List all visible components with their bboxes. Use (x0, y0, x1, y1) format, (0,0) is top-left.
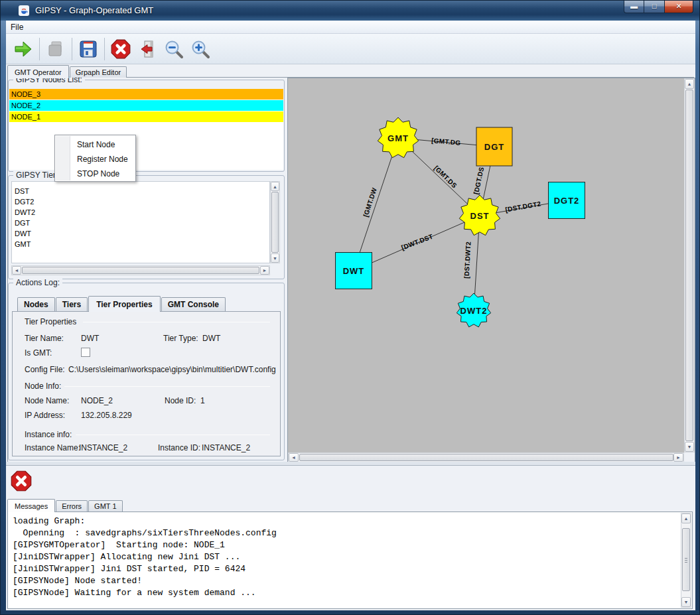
scroll-right-button[interactable]: ► (673, 453, 683, 462)
tier-type-value: DWT (202, 334, 220, 343)
tab-tier-properties[interactable]: Tier Properties (88, 296, 160, 312)
tier-list-item[interactable]: DWT (12, 228, 269, 239)
zoom-out-button[interactable] (161, 36, 187, 62)
tab-messages[interactable]: Messages (7, 499, 55, 512)
tier-list-item[interactable]: GMT (12, 239, 269, 249)
tiers-horizontal-scrollbar[interactable]: ◄ ► (11, 265, 270, 275)
scroll-thumb[interactable] (271, 192, 279, 253)
window-controls: ▬ □ ✕ (624, 1, 693, 13)
graph-viewer: [GMT.DG[GMT.DS[GMT.DW[DGT.DS[DST.DGT2[DW… (287, 78, 695, 463)
toolbar (6, 34, 695, 64)
menu-file[interactable]: File (6, 21, 29, 32)
scroll-left-button[interactable]: ◄ (289, 453, 299, 462)
graph-edge-label: [DST.DGT2 (505, 200, 542, 213)
scroll-left-button[interactable]: ◄ (12, 266, 21, 275)
console-vertical-scrollbar[interactable]: ▲ ▼ (681, 513, 691, 608)
scroll-thumb[interactable] (682, 528, 690, 591)
maximize-button[interactable]: □ (644, 1, 664, 13)
ip-address-value: 132.205.8.229 (81, 411, 132, 420)
node-id-value: 1 (200, 396, 205, 405)
console-line: Openning : savedgraphs/sixTiersThreeNode… (13, 527, 679, 539)
copy-button-disabled[interactable] (42, 36, 69, 62)
graph-horizontal-scrollbar[interactable]: ◄ ► (288, 452, 684, 462)
java-app-icon (19, 5, 29, 16)
graph-edge-label: [GMT.DG (431, 137, 461, 147)
tier-list-item[interactable]: DGT (12, 218, 269, 228)
tab-gmt-operator[interactable]: GMT Operator (7, 65, 69, 78)
tier-list-item[interactable]: DST (12, 186, 269, 196)
graph-edge-label: [DWT.DST (400, 233, 434, 251)
graph-edge-label: [DGT.DS (472, 167, 486, 195)
section-rule (64, 386, 270, 387)
tiers-list-group: GIPSY Tiers List: DSTDGT2DWT2DGTDWTGMT ▲… (8, 175, 285, 279)
scroll-down-button[interactable]: ▼ (681, 597, 691, 607)
scroll-thumb[interactable] (22, 267, 259, 274)
exit-button[interactable] (134, 36, 161, 62)
zoom-in-button[interactable] (187, 36, 214, 62)
node-list-item[interactable]: NODE_3 (9, 89, 283, 100)
scroll-thumb[interactable] (685, 90, 693, 441)
nodes-list: NODE_3NODE_2NODE_1 (9, 89, 283, 170)
console-line: [GIPSYNode] Waiting for a new system dem… (13, 587, 679, 599)
is-gmt-checkbox[interactable] (81, 348, 90, 357)
tab-errors[interactable]: Errors (56, 500, 88, 512)
graph-node-label: DGT2 (554, 196, 580, 206)
tier-name-label: Tier Name: (25, 334, 64, 343)
tier-type-label: Tier Type: (163, 334, 198, 343)
is-gmt-label: Is GMT: (25, 348, 52, 358)
scroll-down-button[interactable]: ▼ (685, 442, 694, 452)
tab-grpaph-editor[interactable]: Grpaph Editor (70, 66, 127, 78)
node-list-item[interactable]: NODE_2 (9, 100, 283, 111)
console-line: [JiniDSTWrapper] Jini DST started, PID =… (13, 563, 679, 575)
graph-node-label: DST (470, 211, 490, 221)
minimize-button[interactable]: ▬ (624, 1, 644, 13)
tab-nodes[interactable]: Nodes (17, 297, 55, 311)
graph-vertical-scrollbar[interactable]: ▲ ▼ (684, 78, 695, 452)
actions-tab-bar: NodesTiersTier PropertiesGMT Console (17, 295, 226, 311)
console-tab-bar: MessagesErrorsGMT 1 (7, 497, 123, 512)
graph-node-label: DGT (484, 142, 504, 152)
node-id-label: Node ID: (165, 396, 196, 405)
section-instance-info: Instance info: (25, 430, 72, 439)
graph-edge-label: [GMT.DW (362, 186, 378, 218)
context-menu-item-start-node[interactable]: Start Node (77, 137, 115, 152)
console-text: loading Graph: Openning : savedgraphs/si… (13, 515, 679, 599)
copy-icon (46, 39, 66, 59)
node-list-item[interactable]: NODE_1 (9, 111, 283, 122)
scroll-up-button[interactable]: ▲ (681, 513, 691, 523)
tab-gmt-1[interactable]: GMT 1 (88, 500, 122, 512)
console-line: [GIPSYGMTOperator] Starting node: NODE_1 (13, 539, 679, 551)
tab-gmt-console[interactable]: GMT Console (161, 297, 226, 311)
graph-node-label: DWT (343, 266, 365, 276)
main-tab-bar: GMT OperatorGrpaph Editor (7, 64, 127, 78)
tiers-vertical-scrollbar[interactable]: ▲ ▼ (270, 181, 280, 263)
tier-list-item[interactable]: DGT2 (12, 196, 269, 207)
console-stop-button[interactable] (10, 470, 33, 492)
graph-edge-gmt-dwt[interactable] (354, 138, 398, 271)
scroll-up-button[interactable]: ▲ (271, 182, 279, 191)
close-button[interactable]: ✕ (664, 1, 693, 13)
save-button[interactable] (75, 36, 102, 62)
context-menu-item-stop-node[interactable]: STOP Node (77, 167, 119, 181)
section-rule (76, 435, 270, 435)
scroll-down-button[interactable]: ▼ (271, 253, 279, 263)
graph-canvas[interactable]: [GMT.DG[GMT.DS[GMT.DW[DGT.DS[DST.DGT2[DW… (288, 78, 684, 452)
stop-icon (10, 470, 33, 492)
scroll-right-button[interactable]: ► (260, 266, 269, 275)
console-output[interactable]: loading Graph: Openning : savedgraphs/si… (7, 512, 693, 609)
tab-tiers[interactable]: Tiers (56, 297, 88, 311)
ip-address-label: IP Address: (25, 411, 65, 420)
toolbar-separator (104, 38, 105, 60)
scroll-up-button[interactable]: ▲ (685, 79, 694, 89)
scroll-thumb[interactable] (299, 454, 673, 461)
tier-list-item[interactable]: DWT2 (12, 207, 269, 218)
app-window: GIPSY - Graph-Operated GMT ▬ □ ✕ File (0, 0, 700, 615)
stop-button[interactable] (107, 36, 134, 62)
instance-id-value: INSTANCE_2 (202, 443, 250, 452)
actions-log-title: Actions Log: (13, 278, 62, 287)
run-button[interactable] (10, 36, 36, 62)
context-menu-item-register-node[interactable]: Register Node (77, 152, 128, 167)
node-name-value: NODE_2 (81, 396, 113, 405)
stop-icon (110, 38, 131, 60)
node-name-label: Node Name: (25, 396, 69, 405)
